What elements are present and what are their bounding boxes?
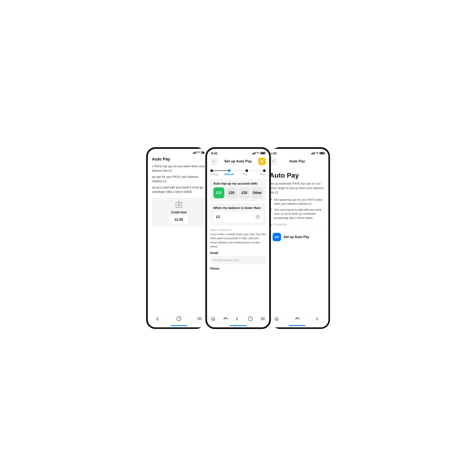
center-stepper: Energy Amount Pay Done [207,167,269,177]
step-label-pay: Pay [238,173,252,176]
center-status-time: 9:41 [211,152,218,155]
phone-field-label: Phone [210,267,266,270]
svg-point-8 [257,217,258,218]
setup-btn-text: Set up Auto Pay [284,235,309,239]
right-phone: 9:41 ← Auto Pay [265,147,330,329]
autopay-desc: Set up automatic PAYG top-ups so you nev… [270,181,325,195]
left-body: c PAYG top-ups so you never when your ba… [148,162,210,233]
center-tab-menu[interactable] [259,315,266,322]
right-status-time: 9:41 [271,152,277,155]
left-tab-menu[interactable] [196,315,203,322]
svg-text:?: ? [178,317,180,320]
svg-text:£: £ [236,317,238,321]
left-tab-help[interactable]: ? [175,315,182,322]
credit-limit-value: £2.00 [174,218,183,221]
center-tab-help[interactable]: ? [247,315,254,322]
autopay-big-title: Auto Pay [270,171,325,179]
center-tab-home[interactable] [210,315,217,322]
balance-section: When my balance is lower than: £2 [210,203,266,225]
step-line-2 [231,170,245,171]
center-status-icons [252,152,265,154]
stepper-dots [210,169,266,172]
right-nav-title: Auto Pay [289,159,305,163]
check-item-1: ✓ Set repeat top-ups for your PAYG meter… [270,198,325,206]
credit-limit-label: Credit limit [171,211,187,214]
center-nav-header: ← Set up Auto Pay [207,156,269,167]
svg-text:£: £ [156,317,159,321]
lightning-button[interactable] [258,157,266,165]
step-label-energy: Energy [210,173,224,176]
scene: Auto Pay c PAYG top-ups so you never whe… [126,126,350,350]
left-header: Auto Pay [148,154,210,162]
svg-text:?: ? [250,317,251,320]
center-nav-title: Set up Auto Pay [224,159,252,163]
right-wifi-icon [316,152,319,154]
step-dot-4 [263,169,266,172]
amount-section: Auto top-up my account with: £10 £20 £30… [210,179,266,201]
balance-section-title: When my balance is lower than: [213,206,263,210]
left-tab-pound[interactable]: £ [155,315,162,322]
left-body-text-2: op-ups for your PAYG your balance reache… [152,175,206,184]
amount-section-title: Auto top-up my account with: [213,182,263,185]
center-tab-bar: £ ? [207,312,269,327]
setup-btn-icon [272,233,281,241]
battery-icon [201,152,206,154]
left-body-text-1: c PAYG top-ups so you never when your ba… [152,164,206,173]
amount-options: £10 £20 £30 Other [213,187,263,198]
center-signal-icon [252,152,255,154]
amount-btn-20[interactable]: £20 [226,187,237,198]
center-back-button[interactable]: ← [210,157,218,165]
step-label-done: Done [252,173,266,176]
right-signal-icon [311,152,315,154]
balance-row: £2 [213,212,263,222]
right-tab-pound[interactable]: £ [315,315,322,322]
lightning-icon [260,159,264,164]
right-tab-bar: £ [266,312,328,327]
email-input-placeholder[interactable]: sam@example.com [210,256,266,264]
stepper-labels: Energy Amount Pay Done [210,173,266,176]
amount-btn-10[interactable]: £10 [213,187,224,198]
wifi-icon [197,152,200,154]
right-nav-header: ← Auto Pay [266,156,328,167]
receipt-section: NEED A RECEIPT? If you'd like a receipt … [207,227,269,273]
signal-icon [193,152,196,154]
check-text-2: Your auto top-up is paid with your bank … [274,208,325,220]
step-label-amount: Amount [224,173,238,176]
right-tab-nodes[interactable] [294,315,301,322]
center-wifi-icon [256,152,259,154]
step-line-3 [248,170,263,171]
left-body-text-3: op-up is paid with your bank ll never go… [152,185,206,194]
get-started-label: GET STARTED [270,223,325,226]
delete-area: Credit limit £2.00 [152,198,206,227]
step-dot-3 [245,169,248,172]
right-tab-home[interactable] [273,315,280,322]
right-status-icons [311,152,324,154]
setup-autopay-button[interactable]: Set up Auto Pay [270,230,325,244]
balance-value: £2 [216,215,220,219]
lock-icon [256,214,260,220]
check-text-1: Set repeat top-ups for your PAYG meter w… [274,198,325,206]
receipt-label: NEED A RECEIPT? [210,229,266,231]
center-battery-icon [260,152,265,154]
left-status-icons [193,152,206,154]
right-status-bar: 9:41 [266,149,328,156]
step-dot-2 [228,169,231,172]
center-tab-pound[interactable]: £ [235,315,241,322]
step-line-1 [213,170,228,171]
center-status-bar: 9:41 [207,149,269,156]
right-battery-icon [320,152,324,154]
infinity-icon [275,235,279,239]
center-phone: 9:41 ← Set up Auto Pay [205,147,271,329]
center-tab-nodes[interactable] [222,315,229,322]
left-tab-bar: £ ? [148,312,210,327]
step-dot-1 [210,169,213,172]
right-content: Auto Pay Set up automatic PAYG top-ups s… [266,167,328,248]
email-field-label: Email [210,251,266,255]
amount-btn-30[interactable]: £30 [239,187,250,198]
trash-icon [175,201,182,208]
left-status-bar [148,149,210,154]
right-back-arrow: ← [272,159,275,163]
amount-btn-other[interactable]: Other [252,187,263,198]
left-phone: Auto Pay c PAYG top-ups so you never whe… [146,147,212,329]
receipt-desc: If you'd like a receipt when your Auto P… [210,232,266,249]
